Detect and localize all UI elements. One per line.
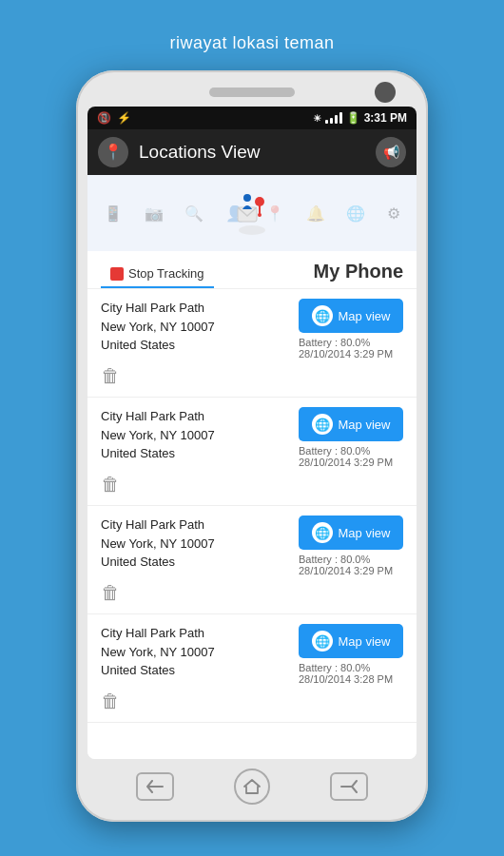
location-row: City Hall Park PathNew York, NY 10007Uni… (101, 624, 403, 685)
location-text: City Hall Park PathNew York, NY 10007Uni… (101, 516, 289, 572)
location-entry: City Hall Park PathNew York, NY 10007Uni… (87, 289, 417, 398)
delete-icon[interactable]: 🗑 (101, 474, 403, 496)
stop-icon (110, 267, 124, 281)
battery-text: Battery : 80.0% (299, 337, 370, 348)
location-text: City Hall Park PathNew York, NY 10007Uni… (101, 299, 289, 355)
battery-text: Battery : 80.0% (299, 554, 370, 565)
home-button[interactable] (234, 768, 270, 805)
phone-top (87, 88, 417, 97)
menu-button[interactable] (330, 772, 368, 801)
battery-info: Battery : 80.0% 28/10/2014 3:29 PM (299, 554, 393, 576)
banner: 📱 📷 🔍 👤 📍 🔔 🌐 ⚙ (87, 175, 417, 251)
status-bar: 📵 ⚡ ☀ 🔋 3:31 PM (87, 107, 417, 129)
battery-info: Battery : 80.0% 28/10/2014 3:28 PM (299, 662, 393, 685)
screen: 📵 ⚡ ☀ 🔋 3:31 PM (87, 107, 417, 759)
camera (375, 82, 396, 103)
datetime-text: 28/10/2014 3:29 PM (299, 348, 393, 360)
datetime-text: 28/10/2014 3:29 PM (299, 457, 393, 468)
location-address: City Hall Park PathNew York, NY 10007Uni… (101, 516, 289, 572)
my-phone-title: My Phone (214, 261, 404, 288)
battery-info: Battery : 80.0% 28/10/2014 3:29 PM (299, 337, 393, 360)
status-left: 📵 ⚡ (97, 111, 131, 125)
battery-icon: 🔋 (346, 111, 360, 125)
location-row: City Hall Park PathNew York, NY 10007Uni… (101, 299, 403, 360)
location-address: City Hall Park PathNew York, NY 10007Uni… (101, 624, 289, 680)
status-time: 3:31 PM (364, 111, 407, 125)
map-view-label: Map view (339, 526, 391, 540)
location-entry: City Hall Park PathNew York, NY 10007Uni… (87, 506, 417, 614)
map-view-label: Map view (339, 418, 391, 432)
svg-point-8 (243, 194, 251, 202)
map-globe-icon: 🌐 (312, 522, 333, 543)
content-area: Stop Tracking My Phone City Hall Park Pa… (87, 251, 417, 759)
datetime-text: 28/10/2014 3:29 PM (299, 565, 393, 576)
map-globe-icon: 🌐 (312, 305, 333, 326)
stop-tracking-button[interactable]: Stop Tracking (101, 261, 214, 288)
map-view-button[interactable]: 🌐 Map view (299, 516, 403, 550)
map-globe-icon: 🌐 (312, 414, 333, 435)
map-view-button[interactable]: 🌐 Map view (299, 299, 403, 333)
tabs-row: Stop Tracking My Phone (87, 251, 417, 289)
location-address: City Hall Park PathNew York, NY 10007Uni… (101, 299, 289, 355)
signal-icon (325, 112, 342, 124)
location-text: City Hall Park PathNew York, NY 10007Uni… (101, 407, 289, 463)
delete-icon[interactable]: 🗑 (101, 582, 403, 604)
stop-tracking-label: Stop Tracking (128, 266, 204, 281)
location-entry: City Hall Park PathNew York, NY 10007Uni… (87, 614, 417, 723)
map-view-label: Map view (339, 634, 391, 649)
missed-call-icon: 📵 (97, 111, 111, 125)
map-view-button[interactable]: 🌐 Map view (299, 624, 403, 658)
svg-text:📍: 📍 (104, 143, 123, 161)
phone-frame: 📵 ⚡ ☀ 🔋 3:31 PM (76, 70, 428, 822)
delete-icon[interactable]: 🗑 (101, 365, 403, 387)
datetime-text: 28/10/2014 3:28 PM (299, 673, 393, 685)
svg-point-7 (258, 213, 262, 217)
battery-text: Battery : 80.0% (299, 445, 370, 457)
banner-center-icon (223, 181, 281, 246)
back-button[interactable] (136, 772, 174, 801)
map-view-button[interactable]: 🌐 Map view (299, 407, 403, 441)
location-entry: City Hall Park PathNew York, NY 10007Uni… (87, 398, 417, 506)
map-globe-icon: 🌐 (312, 631, 333, 652)
nav-title: Locations View (139, 142, 375, 163)
battery-text: Battery : 80.0% (299, 662, 370, 673)
location-nav-icon: 📍 (97, 136, 129, 168)
phone-bottom-nav (87, 768, 417, 805)
location-list: City Hall Park PathNew York, NY 10007Uni… (87, 289, 417, 723)
map-view-label: Map view (339, 309, 391, 323)
location-row: City Hall Park PathNew York, NY 10007Uni… (101, 516, 403, 576)
page-title: riwayat lokasi teman (169, 33, 334, 53)
delete-icon[interactable]: 🗑 (101, 691, 403, 712)
status-right: ☀ 🔋 3:31 PM (313, 111, 407, 125)
battery-info: Battery : 80.0% 28/10/2014 3:29 PM (299, 445, 393, 468)
top-nav: 📍 Locations View 📢 (87, 129, 417, 175)
svg-point-4 (239, 225, 265, 235)
location-row: City Hall Park PathNew York, NY 10007Uni… (101, 407, 403, 468)
svg-text:📢: 📢 (383, 145, 400, 161)
brightness-icon: ☀ (313, 113, 321, 124)
location-text: City Hall Park PathNew York, NY 10007Uni… (101, 624, 289, 680)
usb-icon: ⚡ (117, 111, 131, 125)
location-address: City Hall Park PathNew York, NY 10007Uni… (101, 407, 289, 463)
speaker (209, 88, 295, 97)
megaphone-icon[interactable]: 📢 (375, 136, 407, 168)
